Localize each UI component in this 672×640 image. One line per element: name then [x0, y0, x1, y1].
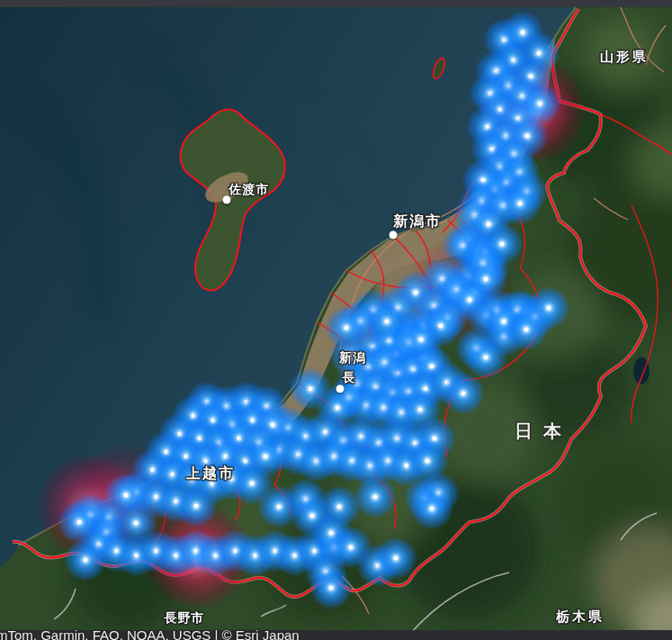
map-canvas[interactable]: 山形県佐渡市新潟市新潟長日本上越市長野市栃木県 mTom, Garmin, FA…: [0, 0, 672, 640]
attribution-text: mTom, Garmin, FAO, NOAA, USGS | © Esri J…: [0, 628, 300, 640]
basemap-layer: [0, 0, 672, 640]
top-window-strip: [0, 0, 672, 7]
